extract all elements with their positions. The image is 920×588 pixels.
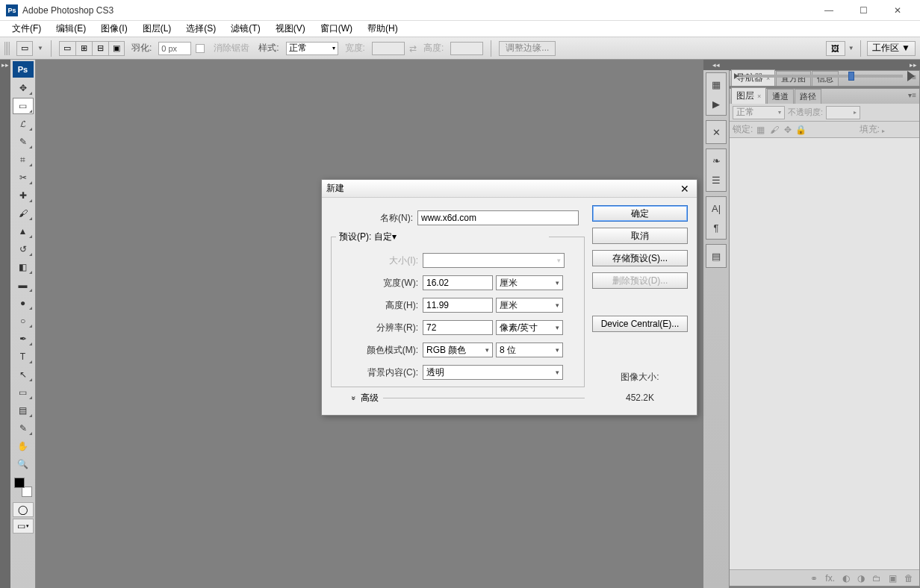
name-input[interactable]: www.x6d.com (417, 210, 579, 225)
lasso-tool[interactable]: 𝓛 (13, 116, 34, 132)
crop-tool[interactable]: ⌗ (13, 151, 34, 168)
width-unit-select[interactable]: 厘米▾ (496, 275, 563, 290)
device-central-button[interactable]: Device Central(E)... (592, 316, 688, 332)
preset-select[interactable]: 自定▾ (374, 231, 546, 243)
menu-layer[interactable]: 图层(L) (135, 21, 179, 37)
zoom-slider-thumb[interactable] (848, 72, 854, 81)
layers-panel: 图层× 通道 路径 ▾≡ 正常▾ 不透明度: ▸ 锁定: ▦ 🖌 ✥ 🔒 (729, 88, 920, 587)
foreground-swatch[interactable] (14, 478, 25, 488)
antialias-checkbox[interactable] (196, 44, 205, 53)
menu-window[interactable]: 窗口(W) (313, 21, 360, 37)
hand-tool[interactable]: ✋ (13, 438, 34, 454)
zoom-in-icon[interactable] (907, 71, 915, 81)
lock-transparent-icon: ▦ (755, 124, 766, 135)
background-swatch[interactable] (22, 487, 32, 497)
height-unit-select[interactable]: 厘米▾ (496, 298, 563, 313)
new-group-icon[interactable]: 🗀 (872, 573, 881, 584)
menu-filter[interactable]: 滤镜(T) (223, 21, 267, 37)
menu-view[interactable]: 视图(V) (268, 21, 313, 37)
marquee-tool[interactable]: ▭ (13, 98, 34, 114)
navigator-dock-icon[interactable]: ▦ (708, 76, 724, 93)
notes-tool[interactable]: ▤ (13, 402, 34, 419)
resolution-input[interactable]: 72 (423, 320, 493, 335)
type-tool[interactable]: T (13, 348, 34, 365)
new-selection-button[interactable]: ▭ (59, 41, 75, 56)
shape-tool[interactable]: ▭ (13, 384, 34, 401)
width-input[interactable]: 16.02 (423, 275, 493, 290)
tab-channels[interactable]: 通道 (767, 89, 794, 104)
panel-menu-icon[interactable]: ▾≡ (908, 91, 916, 99)
menu-image[interactable]: 图像(I) (93, 21, 134, 37)
current-tool-preset[interactable]: ▭ (16, 41, 33, 56)
clone-stamp-tool[interactable]: ▲ (13, 223, 34, 240)
zoom-tool[interactable]: 🔍 (13, 456, 34, 472)
minimize-button[interactable]: — (818, 5, 839, 16)
save-preset-button[interactable]: 存储预设(S)... (592, 250, 688, 266)
toolbox-collapse-strip[interactable]: ▸▸ (0, 60, 10, 588)
add-selection-button[interactable]: ⊞ (75, 41, 92, 56)
dialog-close-button[interactable]: ✕ (677, 183, 692, 195)
menu-help[interactable]: 帮助(H) (360, 21, 405, 37)
zoom-out-icon[interactable] (734, 73, 739, 79)
menu-edit[interactable]: 编辑(E) (49, 21, 93, 37)
bridge-icon[interactable]: 🖼 (826, 41, 845, 56)
intersect-selection-button[interactable]: ▣ (108, 41, 125, 56)
blur-tool[interactable]: ● (13, 295, 34, 311)
screenmode-button[interactable]: ▭▾ (13, 519, 34, 534)
menu-select[interactable]: 选择(S) (178, 21, 223, 37)
subtract-selection-button[interactable]: ⊟ (92, 41, 108, 56)
style-label: 样式: (258, 42, 279, 54)
close-button[interactable]: ✕ (887, 5, 908, 16)
advanced-toggle[interactable]: » 高级 (331, 392, 585, 404)
cancel-button[interactable]: 取消 (592, 228, 688, 244)
dialog-titlebar[interactable]: 新建 ✕ (322, 180, 697, 198)
tab-paths[interactable]: 路径 (795, 89, 821, 104)
resolution-unit-select[interactable]: 像素/英寸▾ (496, 320, 563, 335)
ok-button[interactable]: 确定 (592, 205, 688, 222)
new-layer-icon[interactable]: ▣ (889, 573, 897, 584)
eraser-tool[interactable]: ◧ (13, 259, 34, 275)
path-select-tool[interactable]: ↖ (13, 366, 34, 383)
workspace-menu[interactable]: 工作区 ▼ (867, 41, 916, 56)
bitdepth-select[interactable]: 8 位▾ (496, 343, 563, 357)
paragraph-dock-icon[interactable]: ¶ (708, 219, 724, 236)
colormode-select[interactable]: RGB 颜色▾ (423, 343, 493, 357)
eyedropper-tool[interactable]: ✎ (13, 420, 34, 437)
character-dock-icon[interactable]: A| (708, 200, 724, 216)
panels-collapse-button[interactable]: ▸▸ (729, 60, 920, 70)
grip-handle[interactable] (4, 42, 10, 55)
menu-file[interactable]: 文件(F) (4, 21, 49, 37)
menubar: 文件(F) 编辑(E) 图像(I) 图层(L) 选择(S) 滤镜(T) 视图(V… (0, 21, 920, 37)
histogram-dock-icon[interactable]: ▶ (708, 96, 724, 112)
pen-tool[interactable]: ✒ (13, 331, 34, 347)
gradient-tool[interactable]: ▬ (13, 277, 34, 293)
layers-dock-icon[interactable]: ▤ (708, 248, 724, 264)
dodge-tool[interactable]: ○ (13, 313, 34, 329)
style-combo[interactable]: 正常▾ (286, 42, 338, 55)
slice-tool[interactable]: ✂ (13, 169, 34, 186)
adjustment-layer-icon[interactable]: ◑ (857, 573, 865, 584)
layer-fx-icon[interactable]: fx. (825, 573, 835, 584)
height-input[interactable]: 11.99 (423, 298, 493, 313)
brush-tool[interactable]: 🖌 (13, 205, 34, 222)
lock-position-icon: ✥ (782, 124, 793, 135)
dock-collapse-button[interactable]: ◂◂ (703, 60, 729, 70)
refine-edge-button[interactable]: 调整边缘... (499, 41, 556, 56)
styles-dock-icon[interactable]: ☰ (708, 172, 724, 188)
zoom-slider[interactable] (734, 71, 915, 81)
bgcontent-select[interactable]: 透明▾ (423, 365, 563, 380)
color-dock-icon[interactable]: ✕ (708, 124, 724, 140)
move-tool[interactable]: ✥ (13, 80, 34, 96)
quickmask-toggle[interactable]: ◯ (13, 502, 34, 517)
tab-layers[interactable]: 图层× (731, 87, 766, 104)
color-swatches[interactable] (13, 476, 34, 498)
layer-mask-icon[interactable]: ◐ (842, 573, 850, 584)
history-brush-tool[interactable]: ↺ (13, 241, 34, 257)
maximize-button[interactable]: ☐ (853, 5, 874, 16)
healing-brush-tool[interactable]: ✚ (13, 187, 34, 204)
quick-select-tool[interactable]: ✎ (13, 134, 34, 150)
link-layers-icon[interactable]: ⚭ (810, 573, 818, 584)
feather-field[interactable]: 0 px (158, 42, 191, 55)
delete-layer-icon[interactable]: 🗑 (904, 573, 913, 584)
swatches-dock-icon[interactable]: ❧ (708, 152, 724, 169)
